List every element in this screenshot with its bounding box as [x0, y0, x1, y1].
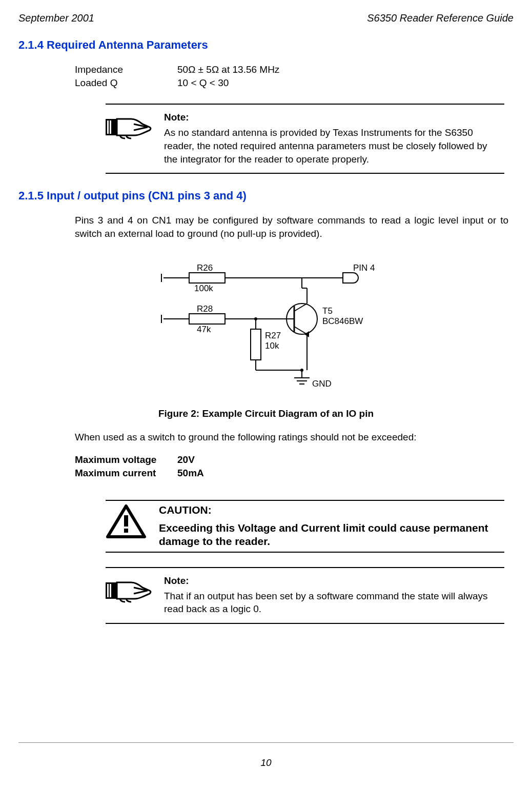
label-gnd: GND	[312, 379, 332, 389]
header-left: September 2001	[18, 12, 94, 24]
page-number: 10	[0, 757, 532, 768]
warning-triangle-icon	[106, 504, 147, 542]
svg-rect-12	[251, 329, 261, 360]
svg-rect-4	[189, 273, 225, 283]
svg-rect-37	[107, 584, 109, 597]
param-loadedq-value: 10 < Q < 30	[177, 76, 229, 90]
note-title: Note:	[164, 112, 500, 123]
note-text: As no standard antenna is provided by Te…	[164, 126, 500, 166]
caution-content: CAUTION: Exceeding this Voltage and Curr…	[159, 504, 500, 547]
heading-2-1-5: 2.1.5 Input / output pins (CN1 pins 3 an…	[18, 189, 514, 203]
note-box-2: Note: That if an output has been set by …	[106, 567, 504, 624]
param-loadedq-label: Loaded Q	[75, 76, 177, 90]
note-title: Note:	[164, 575, 500, 586]
label-t5: T5	[322, 306, 333, 316]
param-impedance-value: 50Ω ± 5Ω at 13.56 MHz	[177, 63, 279, 76]
page: September 2001 S6350 Reader Reference Gu…	[0, 0, 532, 789]
label-r26: R26	[197, 263, 213, 273]
rating-voltage-label: Maximum voltage	[75, 453, 177, 467]
rating-voltage-value: 20V	[177, 453, 195, 467]
circuit-diagram: R26 100k R28 47k R27 10k T5 BC846BW PIN …	[148, 257, 384, 391]
label-r27-val: 10k	[265, 341, 279, 351]
note-box-1: Note: As no standard antenna is provided…	[106, 104, 504, 174]
svg-rect-1	[107, 120, 109, 134]
caution-title: CAUTION:	[159, 504, 500, 516]
rating-current-value: 50mA	[177, 467, 204, 480]
antenna-params: Impedance 50Ω ± 5Ω at 13.56 MHz Loaded Q…	[75, 63, 514, 89]
param-impedance: Impedance 50Ω ± 5Ω at 13.56 MHz	[75, 63, 514, 76]
svg-rect-8	[189, 314, 225, 324]
label-t5-part: BC846BW	[322, 316, 363, 326]
footer-rule	[18, 742, 514, 743]
rating-current: Maximum current 50mA	[75, 467, 508, 480]
caution-text: Exceeding this Voltage and Current limit…	[159, 521, 500, 547]
switch-intro: When used as a switch to ground the foll…	[75, 431, 508, 444]
pointing-hand-icon	[106, 112, 152, 145]
label-r26-val: 100k	[194, 284, 213, 293]
note-content: Note: That if an output has been set by …	[164, 575, 500, 616]
caution-box: CAUTION: Exceeding this Voltage and Curr…	[106, 500, 504, 552]
label-r28-val: 47k	[197, 325, 211, 334]
svg-rect-2	[110, 120, 111, 134]
note-content: Note: As no standard antenna is provided…	[164, 112, 500, 166]
svg-rect-35	[124, 529, 128, 533]
label-r28: R28	[197, 304, 213, 314]
io-intro: Pins 3 and 4 on CN1 may be configured by…	[75, 214, 508, 240]
label-r27: R27	[265, 331, 281, 340]
param-loadedq: Loaded Q 10 < Q < 30	[75, 76, 514, 90]
param-impedance-label: Impedance	[75, 63, 177, 76]
page-header: September 2001 S6350 Reader Reference Gu…	[18, 12, 514, 24]
figure-2-caption: Figure 2: Example Circuit Diagram of an …	[18, 408, 514, 419]
rating-voltage: Maximum voltage 20V	[75, 453, 508, 467]
rating-current-label: Maximum current	[75, 467, 177, 480]
figure-2: R26 100k R28 47k R27 10k T5 BC846BW PIN …	[18, 257, 514, 393]
pointing-hand-icon	[106, 575, 152, 608]
label-pin4: PIN 4	[353, 263, 375, 273]
heading-2-1-4: 2.1.4 Required Antenna Parameters	[18, 38, 514, 52]
svg-rect-34	[124, 515, 128, 527]
svg-rect-38	[110, 584, 111, 597]
ratings: Maximum voltage 20V Maximum current 50mA	[75, 453, 508, 479]
header-right: S6350 Reader Reference Guide	[367, 12, 514, 24]
note-text: That if an output has been set by a soft…	[164, 590, 500, 616]
